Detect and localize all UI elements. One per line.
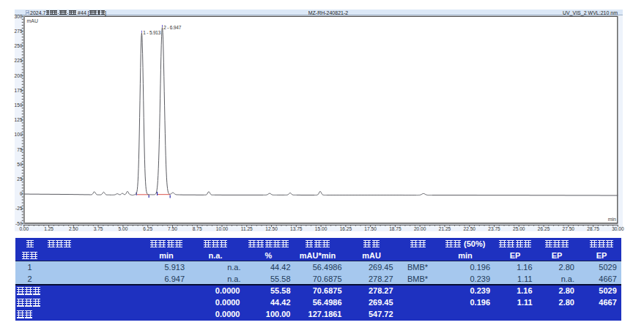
svg-text:12.50: 12.50 xyxy=(265,226,278,231)
svg-text:1 - 5.913: 1 - 5.913 xyxy=(143,30,160,35)
svg-text:75: 75 xyxy=(17,147,23,152)
svg-text:200: 200 xyxy=(15,73,23,78)
svg-text:1.25: 1.25 xyxy=(44,226,53,231)
svg-text:16.25: 16.25 xyxy=(340,226,352,231)
svg-text:100: 100 xyxy=(15,132,23,137)
svg-text:5.00: 5.00 xyxy=(118,226,127,231)
svg-text:min: min xyxy=(608,217,616,222)
svg-text:18.75: 18.75 xyxy=(389,226,401,231)
svg-text:0: 0 xyxy=(20,191,23,196)
svg-text:2 - 6.947: 2 - 6.947 xyxy=(163,25,181,30)
svg-text:8.75: 8.75 xyxy=(193,226,202,231)
svg-text:26.25: 26.25 xyxy=(538,226,550,231)
svg-text:2.50: 2.50 xyxy=(69,226,78,231)
svg-text:22.50: 22.50 xyxy=(464,226,476,231)
svg-text:17.50: 17.50 xyxy=(364,226,377,231)
svg-text:250: 250 xyxy=(15,43,23,48)
svg-text:20.00: 20.00 xyxy=(414,226,426,231)
svg-text:10.00: 10.00 xyxy=(216,226,229,231)
svg-text:-25: -25 xyxy=(15,206,23,211)
svg-text:0.00: 0.00 xyxy=(19,226,29,231)
svg-text:11.25: 11.25 xyxy=(241,226,253,231)
svg-text:175: 175 xyxy=(15,88,23,93)
svg-text:6.25: 6.25 xyxy=(143,226,152,231)
svg-text:25.00: 25.00 xyxy=(513,226,525,231)
svg-text:7.50: 7.50 xyxy=(168,226,177,231)
svg-text:-50: -50 xyxy=(15,221,23,226)
svg-text:15.00: 15.00 xyxy=(315,226,327,231)
svg-text:225: 225 xyxy=(15,58,23,63)
svg-text:150: 150 xyxy=(15,102,23,108)
svg-text:mAU: mAU xyxy=(27,18,39,23)
svg-text:13.75: 13.75 xyxy=(290,226,303,231)
svg-text:21.25: 21.25 xyxy=(439,226,451,231)
svg-text:30.00: 30.00 xyxy=(612,226,624,231)
svg-text:275: 275 xyxy=(15,29,23,34)
svg-text:28.75: 28.75 xyxy=(587,226,599,231)
svg-text:125: 125 xyxy=(15,117,23,122)
svg-text:3.75: 3.75 xyxy=(94,226,103,231)
svg-text:50: 50 xyxy=(17,162,23,167)
svg-text:27.50: 27.50 xyxy=(563,226,575,231)
svg-text:25: 25 xyxy=(17,176,23,182)
svg-text:23.75: 23.75 xyxy=(488,226,500,231)
